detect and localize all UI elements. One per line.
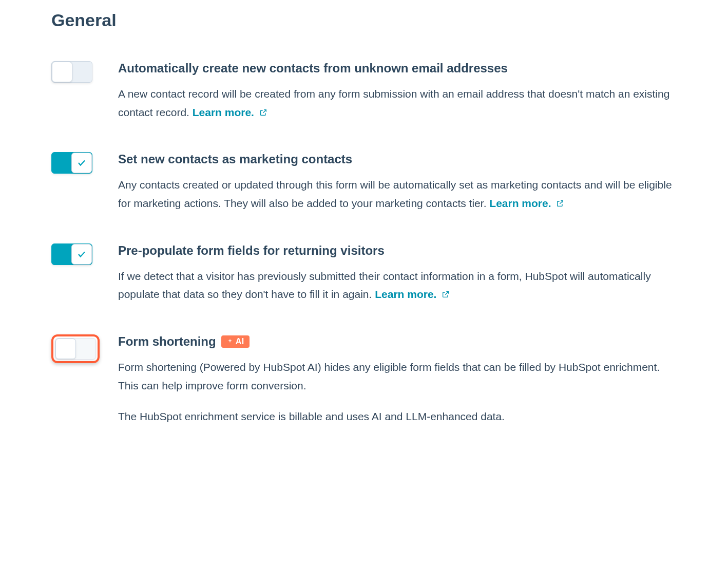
setting-description-2: The HubSpot enrichment service is billab…	[118, 407, 677, 426]
external-link-icon	[259, 104, 267, 112]
ai-badge: AI	[221, 335, 250, 348]
setting-marketing-contacts: Set new contacts as marketing contacts A…	[51, 152, 677, 212]
setting-title: Pre-populate form fields for returning v…	[118, 243, 677, 258]
learn-more-link[interactable]: Learn more.	[193, 106, 267, 118]
external-link-icon	[442, 286, 450, 294]
setting-title: Set new contacts as marketing contacts	[118, 152, 677, 166]
toggle-marketing-contacts[interactable]	[51, 152, 92, 174]
setting-auto-create-contacts: Automatically create new contacts from u…	[51, 61, 677, 121]
learn-more-link[interactable]: Learn more.	[375, 288, 450, 300]
setting-description: A new contact record will be created fro…	[118, 85, 677, 121]
setting-prepopulate-fields: Pre-populate form fields for returning v…	[51, 243, 677, 304]
toggle-auto-create-contacts[interactable]	[51, 61, 92, 83]
setting-title: Automatically create new contacts from u…	[118, 61, 677, 76]
setting-description: Form shortening (Powered by HubSpot AI) …	[118, 358, 677, 395]
setting-form-shortening: Form shortening AI Form shortening (Powe…	[51, 334, 677, 425]
section-title: General	[51, 10, 677, 30]
check-icon	[77, 250, 86, 259]
setting-description: Any contacts created or updated through …	[118, 176, 677, 212]
toggle-highlight-box	[51, 334, 100, 363]
check-icon	[77, 158, 86, 167]
toggle-form-shortening[interactable]	[55, 338, 96, 360]
setting-title: Form shortening AI	[118, 334, 677, 349]
sparkle-icon	[226, 338, 234, 345]
setting-description: If we detect that a visitor has previous…	[118, 267, 677, 304]
learn-more-link[interactable]: Learn more.	[489, 197, 564, 209]
toggle-prepopulate-fields[interactable]	[51, 243, 92, 265]
external-link-icon	[556, 195, 564, 203]
